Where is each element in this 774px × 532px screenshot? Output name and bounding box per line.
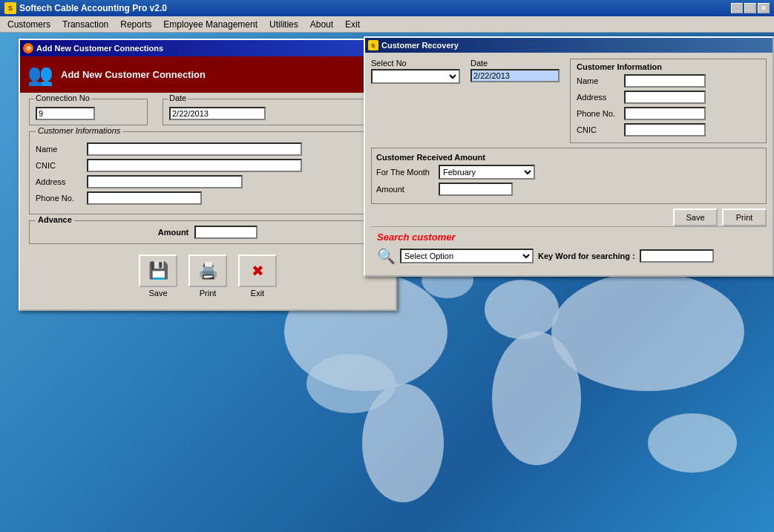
svg-point-2: [362, 384, 444, 502]
connection-no-legend: Connection No: [34, 93, 91, 102]
print-icon: 🖨️: [188, 254, 227, 287]
app-title: Softech Cable Accounting Pro v2.0: [19, 3, 167, 13]
cr-date-input[interactable]: [470, 69, 560, 82]
save-label: Save: [148, 289, 167, 298]
maximize-btn[interactable]: □: [744, 3, 756, 13]
search-row: 🔍 Select Option Key Word for searching :: [377, 247, 761, 265]
select-no-label: Select No: [371, 59, 460, 68]
cr-title-bar: S Customer Recovery: [365, 38, 773, 53]
menu-customers[interactable]: Customers: [1, 18, 56, 31]
app-icon: S: [4, 2, 16, 14]
menu-about[interactable]: About: [304, 18, 339, 31]
select-no-dropdown[interactable]: [371, 69, 460, 84]
cr-top-section: Select No Date Customer Information Name: [371, 59, 767, 143]
date-field: Date: [163, 99, 387, 125]
date-group: Date: [470, 59, 560, 143]
main-area: ⚙ Add New Customer Connections ✕ 👥 Add N…: [0, 33, 774, 532]
print-button[interactable]: 🖨️ Print: [188, 254, 227, 298]
menu-reports[interactable]: Reports: [114, 18, 157, 31]
cnic-row: CNIC: [36, 159, 380, 172]
cr-customer-info-title: Customer Information: [577, 62, 760, 71]
cnic-input[interactable]: [87, 159, 302, 172]
cr-phone-row: Phone No.: [577, 107, 760, 120]
amount-label: Amount: [158, 228, 189, 237]
advance-amount-input[interactable]: [194, 226, 258, 239]
phone-label: Phone No.: [36, 194, 84, 203]
svg-point-3: [485, 280, 559, 339]
received-amount-section: Customer Received Amount For The Month F…: [371, 148, 767, 204]
exit-icon: ✖: [238, 254, 277, 287]
keyword-input[interactable]: [640, 249, 714, 263]
add-customer-header-title: Add New Customer Connection: [61, 69, 206, 80]
customer-info-legend: Customer Informations: [36, 126, 122, 135]
window-controls: _ □ ✕: [731, 3, 770, 13]
people-icon: 👥: [27, 62, 53, 87]
add-customer-window: ⚙ Add New Customer Connections ✕ 👥 Add N…: [19, 39, 397, 311]
amount-label: Amount: [376, 185, 436, 194]
menu-employee-management[interactable]: Employee Management: [157, 18, 263, 31]
month-dropdown[interactable]: February January March April: [439, 165, 535, 180]
cr-address-row: Address: [577, 91, 760, 104]
keyword-label: Key Word for searching :: [538, 252, 635, 260]
name-label: Name: [36, 145, 84, 154]
search-option-dropdown[interactable]: Select Option: [400, 249, 534, 263]
add-customer-header: 👥 Add New Customer Connection: [20, 56, 396, 93]
name-row: Name: [36, 142, 380, 156]
advance-legend: Advance: [36, 215, 74, 224]
save-button[interactable]: 💾 Save: [139, 254, 177, 298]
phone-row: Phone No.: [36, 191, 380, 205]
connection-no-input[interactable]: [36, 107, 95, 120]
cr-print-btn[interactable]: Print: [722, 208, 767, 226]
exit-button[interactable]: ✖ Exit: [238, 254, 277, 298]
save-icon: 💾: [139, 254, 177, 287]
customer-recovery-window: S Customer Recovery Select No Date: [364, 36, 774, 277]
add-customer-title-bar: ⚙ Add New Customer Connections ✕: [20, 40, 396, 56]
cr-cnic-input[interactable]: [624, 123, 706, 137]
phone-input[interactable]: [87, 191, 202, 205]
cr-name-input[interactable]: [624, 74, 706, 88]
advance-group: Advance Amount: [29, 220, 387, 244]
select-no-group: Select No: [371, 59, 460, 143]
search-section: Search customer 🔍 Select Option Key Word…: [371, 226, 767, 269]
add-customer-icon: ⚙: [23, 43, 33, 53]
cr-icon: S: [368, 40, 378, 50]
title-bar: S Softech Cable Accounting Pro v2.0 _ □ …: [0, 0, 774, 16]
cr-save-btn[interactable]: Save: [673, 208, 718, 226]
exit-label: Exit: [251, 289, 264, 298]
menu-transaction[interactable]: Transaction: [56, 18, 114, 31]
cr-date-label: Date: [470, 59, 560, 68]
cr-action-buttons: Save Print: [371, 208, 767, 226]
minimize-btn[interactable]: _: [731, 3, 743, 13]
magnifier-icon: 🔍: [377, 247, 396, 265]
cr-address-input[interactable]: [624, 91, 706, 104]
name-input[interactable]: [87, 142, 302, 156]
customer-info-group: Customer Informations Name CNIC Address …: [29, 131, 387, 214]
connection-date-row: Connection No Date: [29, 99, 387, 125]
received-amount-title: Customer Received Amount: [376, 153, 761, 162]
amount-input[interactable]: [439, 183, 513, 196]
for-month-row: For The Month February January March Apr…: [376, 165, 761, 180]
address-label: Address: [36, 177, 84, 186]
cr-title: Customer Recovery: [381, 41, 459, 50]
date-legend: Date: [168, 93, 188, 102]
add-customer-title: Add New Customer Connections: [36, 44, 163, 53]
address-row: Address: [36, 175, 380, 188]
add-customer-body: Connection No Date Customer Informations…: [20, 93, 396, 309]
cr-phone-label: Phone No.: [577, 109, 621, 118]
cr-customer-info: Customer Information Name Address Phone …: [570, 59, 767, 143]
close-btn[interactable]: ✕: [758, 3, 770, 13]
menu-exit[interactable]: Exit: [339, 18, 366, 31]
date-input[interactable]: [169, 107, 266, 120]
menu-utilities[interactable]: Utilities: [263, 18, 304, 31]
address-input[interactable]: [87, 175, 243, 188]
for-month-label: For The Month: [376, 168, 436, 177]
svg-point-5: [551, 272, 744, 391]
print-label: Print: [200, 289, 217, 298]
cr-phone-input[interactable]: [624, 107, 706, 120]
svg-point-6: [648, 413, 737, 473]
action-buttons: 💾 Save 🖨️ Print ✖ Exit: [29, 252, 387, 303]
cr-cnic-label: CNIC: [577, 125, 621, 134]
connection-no-field: Connection No: [29, 99, 148, 125]
cr-name-label: Name: [577, 76, 621, 85]
search-title: Search customer: [377, 231, 761, 243]
